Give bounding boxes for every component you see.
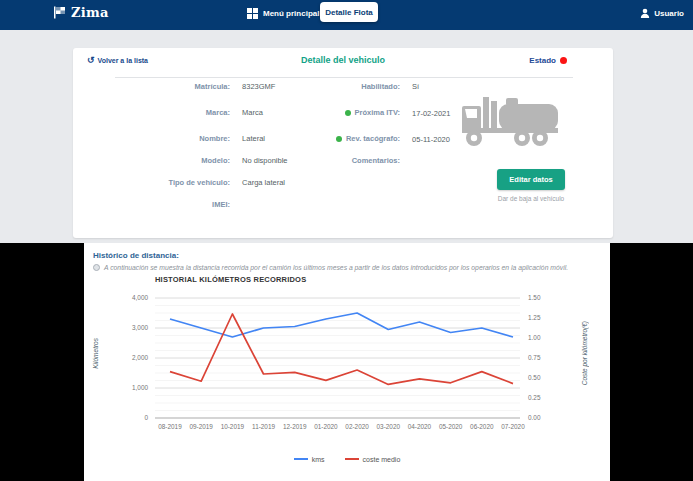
user-menu[interactable]: Usuario <box>640 8 684 18</box>
y-axis-tick-left: 2,000 <box>132 354 148 361</box>
y-axis-tick-right: 0.50 <box>528 374 541 381</box>
brand-logo[interactable]: Zima <box>53 5 109 20</box>
field-label: Matrícula: <box>73 82 230 91</box>
tab-label: Detalle Flota <box>325 8 373 17</box>
truck-icon <box>462 92 564 150</box>
legend-item-coste-medio: coste medio <box>345 456 401 463</box>
x-axis-label: 03-2020 <box>377 423 401 430</box>
user-icon <box>640 8 650 18</box>
field-label: Comentarios: <box>243 156 400 165</box>
y-axis-tick-right: 0.25 <box>528 394 541 401</box>
x-axis-label: 06-2020 <box>470 423 494 430</box>
field-habilitado: Habilitado: Sí <box>243 82 419 91</box>
zima-flag-icon <box>53 6 66 19</box>
x-axis-label: 10-2019 <box>221 423 245 430</box>
truck-illustration <box>462 92 564 150</box>
x-axis-label: 02-2020 <box>345 423 369 430</box>
field-label: Próxima ITV: <box>355 108 400 117</box>
app-window: Zima Menú principal Detalle Flota Usuari… <box>0 0 693 481</box>
top-navigation-bar: Zima Menú principal Detalle Flota Usuari… <box>0 0 693 30</box>
x-axis-label: 09-2019 <box>189 423 213 430</box>
y-axis-tick-right: 0.75 <box>528 354 541 361</box>
y-axis-tick-left: 3,000 <box>132 324 148 331</box>
status-label: Estado <box>529 56 556 65</box>
x-axis-label: 05-2020 <box>439 423 463 430</box>
x-axis-label: 01-2020 <box>314 423 338 430</box>
y-axis-tick-left: 0 <box>144 414 148 421</box>
km-history-chart: 01,0002,0003,0004,0000.000.250.500.751.0… <box>84 288 610 438</box>
field-label: IMEI: <box>73 200 230 209</box>
field-value: Sí <box>412 82 419 91</box>
field-rev-tacografo: Rev. tacógrafo: 05-11-2020 <box>243 134 450 144</box>
field-value: 05-11-2020 <box>412 135 450 144</box>
y-axis-tick-right: 0.00 <box>528 414 541 421</box>
field-label: Modelo: <box>73 156 230 165</box>
series-line-kms <box>170 313 513 337</box>
field-label: Marca: <box>73 108 230 117</box>
history-heading: Histórico de distancia: <box>93 251 179 260</box>
x-axis-label: 08-2019 <box>158 423 182 430</box>
legend-swatch <box>345 458 359 460</box>
history-note-text: A continuación se muestra la distancia r… <box>104 264 568 271</box>
field-nombre: Nombre: Lateral <box>73 134 265 143</box>
field-marca: Marca: Marca <box>73 108 263 117</box>
edit-data-button[interactable]: Editar datos <box>497 169 565 190</box>
itv-green-dot <box>345 110 351 116</box>
legend-label: kms <box>312 456 325 463</box>
brand-name: Zima <box>71 5 109 20</box>
chart-legend: kmscoste medio <box>84 446 610 464</box>
legend-item-kms: kms <box>294 456 325 463</box>
field-proxima-itv: Próxima ITV: 17-02-2021 <box>243 108 450 118</box>
menu-grid-icon <box>247 8 258 19</box>
y-axis-tick-right: 1.50 <box>528 294 541 301</box>
field-label: Tipo de vehículo: <box>73 178 230 187</box>
info-icon <box>93 264 100 271</box>
x-axis-label: 12-2019 <box>283 423 307 430</box>
main-menu-label: Menú principal <box>263 9 319 18</box>
x-axis-label: 07-2020 <box>501 423 525 430</box>
field-value: Carga lateral <box>242 178 285 187</box>
field-label: Habilitado: <box>243 82 400 91</box>
field-tipo-vehiculo: Tipo de vehículo: Carga lateral <box>73 178 285 187</box>
status-dot-red <box>560 57 567 64</box>
distance-history-panel: Histórico de distancia: A continuación s… <box>84 243 610 481</box>
y-axis-tick-left: 4,000 <box>132 294 148 301</box>
vehicle-detail-card: ↺ Volver a la lista Detalle del vehiculo… <box>73 48 613 238</box>
status-indicator: Estado <box>529 56 567 65</box>
deactivate-vehicle-link[interactable]: Dar de baja al vehículo <box>477 195 585 202</box>
field-comentarios: Comentarios: <box>243 156 410 165</box>
legend-label: coste medio <box>363 456 401 463</box>
history-note: A continuación se muestra la distancia r… <box>93 264 605 271</box>
y-axis-tick-left: 1,000 <box>132 384 148 391</box>
field-label: Nombre: <box>73 134 230 143</box>
divider <box>115 77 573 78</box>
tab-detalle-flota[interactable]: Detalle Flota <box>320 2 378 22</box>
chart-title: HISTORIAL KILÓMETROS RECORRIDOS <box>155 275 306 284</box>
main-menu-button[interactable]: Menú principal <box>247 8 319 19</box>
tacografo-green-dot <box>336 136 342 142</box>
field-value: 17-02-2021 <box>412 109 450 118</box>
x-axis-label: 11-2019 <box>252 423 275 430</box>
field-label: Rev. tacógrafo: <box>346 134 400 143</box>
y-axis-tick-right: 1.25 <box>528 314 541 321</box>
legend-swatch <box>294 458 308 460</box>
y-axis-tick-right: 1.00 <box>528 334 541 341</box>
user-label: Usuario <box>654 9 684 18</box>
field-imei: IMEI: <box>73 200 240 209</box>
series-line-coste-medio <box>170 314 513 384</box>
x-axis-label: 04-2020 <box>408 423 432 430</box>
